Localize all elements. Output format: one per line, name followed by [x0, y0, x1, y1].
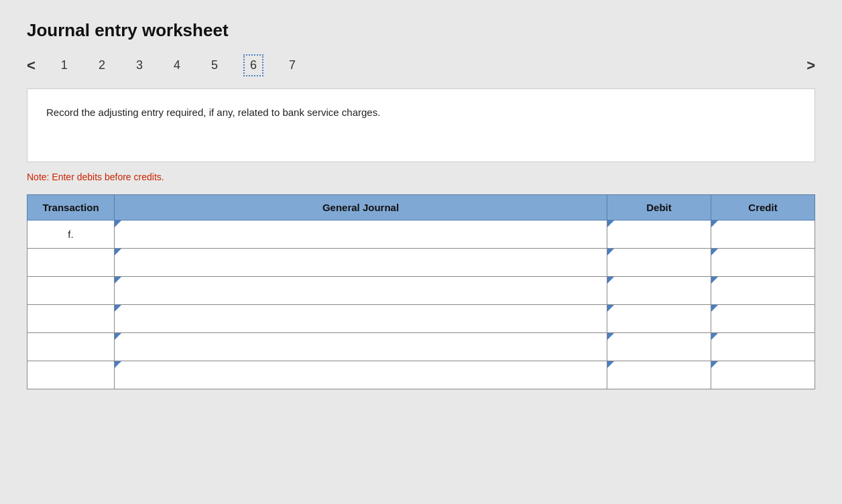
journal-table: Transaction General Journal Debit Credit… — [27, 194, 815, 389]
table-row: f. — [27, 220, 815, 249]
table-row — [27, 305, 815, 333]
input-general-journal-2[interactable] — [120, 277, 601, 304]
nav-right-arrow[interactable]: > — [806, 57, 815, 74]
input-general-journal-4[interactable] — [120, 333, 601, 361]
input-credit-1[interactable] — [717, 249, 809, 276]
nav-item-2[interactable]: 2 — [93, 56, 111, 75]
nav-item-1[interactable]: 1 — [56, 56, 73, 75]
cell-debit-2[interactable] — [607, 277, 711, 305]
cell-debit-0[interactable] — [607, 220, 711, 249]
instruction-box: Record the adjusting entry required, if … — [27, 88, 815, 162]
cell-debit-3[interactable] — [607, 305, 711, 333]
input-debit-4[interactable] — [613, 333, 705, 361]
cell-transaction-3 — [27, 305, 115, 333]
cell-credit-4[interactable] — [711, 333, 815, 361]
cell-general-journal-0[interactable] — [115, 220, 607, 249]
cell-credit-0[interactable] — [711, 220, 815, 249]
input-debit-2[interactable] — [613, 277, 705, 304]
navigation-row: < 1 2 3 4 5 6 7 > — [27, 54, 815, 76]
note-text: Note: Enter debits before credits. — [27, 172, 815, 182]
header-credit: Credit — [711, 195, 815, 220]
table-row — [27, 333, 815, 361]
instruction-text: Record the adjusting entry required, if … — [46, 107, 380, 118]
cell-transaction-1 — [27, 249, 115, 277]
cell-credit-5[interactable] — [711, 361, 815, 389]
cell-general-journal-4[interactable] — [115, 333, 607, 361]
header-general-journal: General Journal — [115, 195, 607, 220]
table-row — [27, 277, 815, 305]
cell-debit-5[interactable] — [607, 361, 711, 389]
header-transaction: Transaction — [27, 195, 115, 220]
cell-debit-1[interactable] — [607, 249, 711, 277]
table-row — [27, 249, 815, 277]
cell-general-journal-5[interactable] — [115, 361, 607, 389]
cell-transaction-4 — [27, 333, 115, 361]
input-debit-5[interactable] — [613, 361, 705, 389]
input-general-journal-1[interactable] — [120, 249, 601, 276]
input-credit-5[interactable] — [717, 361, 809, 389]
input-general-journal-5[interactable] — [120, 361, 601, 389]
cell-transaction-0: f. — [27, 220, 115, 249]
nav-item-3[interactable]: 3 — [131, 56, 148, 75]
cell-transaction-2 — [27, 277, 115, 305]
nav-item-7[interactable]: 7 — [284, 56, 301, 75]
cell-credit-3[interactable] — [711, 305, 815, 333]
page-title: Journal entry worksheet — [27, 20, 815, 41]
nav-left-arrow[interactable]: < — [27, 57, 36, 74]
cell-general-journal-3[interactable] — [115, 305, 607, 333]
nav-item-5[interactable]: 5 — [206, 56, 223, 75]
cell-transaction-5 — [27, 361, 115, 389]
input-credit-2[interactable] — [717, 277, 809, 304]
input-general-journal-3[interactable] — [120, 305, 601, 332]
input-debit-1[interactable] — [613, 249, 705, 276]
input-debit-0[interactable] — [613, 220, 705, 248]
input-general-journal-0[interactable] — [120, 220, 601, 248]
table-row — [27, 361, 815, 389]
cell-general-journal-2[interactable] — [115, 277, 607, 305]
cell-debit-4[interactable] — [607, 333, 711, 361]
input-credit-3[interactable] — [717, 305, 809, 332]
nav-item-4[interactable]: 4 — [168, 56, 186, 75]
header-debit: Debit — [607, 195, 711, 220]
cell-general-journal-1[interactable] — [115, 249, 607, 277]
nav-item-6[interactable]: 6 — [243, 54, 263, 76]
cell-credit-2[interactable] — [711, 277, 815, 305]
input-debit-3[interactable] — [613, 305, 705, 332]
input-credit-4[interactable] — [717, 333, 809, 361]
cell-credit-1[interactable] — [711, 249, 815, 277]
input-credit-0[interactable] — [717, 220, 809, 248]
